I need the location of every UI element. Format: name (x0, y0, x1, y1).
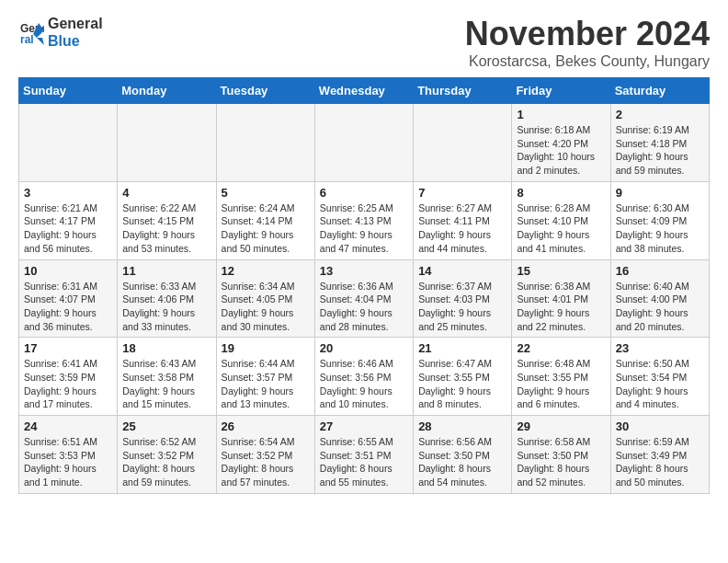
day-info: Sunrise: 6:59 AMSunset: 3:49 PMDaylight:… (616, 435, 704, 489)
day-number: 25 (122, 419, 210, 433)
calendar-week-0: 1Sunrise: 6:18 AMSunset: 4:20 PMDaylight… (19, 104, 710, 182)
calendar-cell: 10Sunrise: 6:31 AMSunset: 4:07 PMDayligh… (19, 259, 118, 338)
day-info: Sunrise: 6:56 AMSunset: 3:50 PMDaylight:… (418, 435, 506, 489)
calendar-cell: 13Sunrise: 6:36 AMSunset: 4:04 PMDayligh… (314, 259, 413, 338)
day-header-sunday: Sunday (19, 78, 118, 104)
day-header-tuesday: Tuesday (216, 78, 314, 104)
day-info: Sunrise: 6:41 AMSunset: 3:59 PMDaylight:… (24, 357, 112, 411)
calendar-week-1: 3Sunrise: 6:21 AMSunset: 4:17 PMDaylight… (19, 181, 710, 259)
calendar-cell: 24Sunrise: 6:51 AMSunset: 3:53 PMDayligh… (19, 416, 118, 494)
calendar-cell: 14Sunrise: 6:37 AMSunset: 4:03 PMDayligh… (414, 259, 512, 338)
day-info: Sunrise: 6:33 AMSunset: 4:06 PMDaylight:… (122, 280, 210, 334)
calendar-cell: 20Sunrise: 6:46 AMSunset: 3:56 PMDayligh… (314, 338, 413, 416)
day-number: 24 (24, 419, 112, 433)
calendar-cell: 15Sunrise: 6:38 AMSunset: 4:01 PMDayligh… (512, 259, 610, 338)
day-number: 29 (517, 419, 605, 433)
day-number: 18 (122, 341, 210, 355)
calendar-cell: 26Sunrise: 6:54 AMSunset: 3:52 PMDayligh… (216, 416, 314, 494)
calendar-cell (19, 104, 118, 182)
calendar-cell: 25Sunrise: 6:52 AMSunset: 3:52 PMDayligh… (118, 416, 216, 494)
location-title: Korostarcsa, Bekes County, Hungary (465, 53, 710, 70)
day-info: Sunrise: 6:38 AMSunset: 4:01 PMDaylight:… (517, 280, 605, 334)
day-info: Sunrise: 6:21 AMSunset: 4:17 PMDaylight:… (24, 201, 112, 256)
calendar-cell: 7Sunrise: 6:27 AMSunset: 4:11 PMDaylight… (414, 181, 512, 259)
day-header-thursday: Thursday (414, 78, 512, 104)
day-info: Sunrise: 6:40 AMSunset: 4:00 PMDaylight:… (616, 280, 704, 334)
day-info: Sunrise: 6:48 AMSunset: 3:55 PMDaylight:… (517, 357, 605, 411)
calendar-cell: 23Sunrise: 6:50 AMSunset: 3:54 PMDayligh… (610, 338, 709, 416)
month-title: November 2024 (465, 15, 710, 53)
calendar-cell: 9Sunrise: 6:30 AMSunset: 4:09 PMDaylight… (610, 181, 709, 259)
calendar-cell (118, 104, 216, 182)
calendar-week-3: 17Sunrise: 6:41 AMSunset: 3:59 PMDayligh… (19, 338, 710, 416)
calendar-cell: 5Sunrise: 6:24 AMSunset: 4:14 PMDaylight… (216, 181, 314, 259)
calendar-cell: 8Sunrise: 6:28 AMSunset: 4:10 PMDaylight… (512, 181, 610, 259)
calendar-cell: 12Sunrise: 6:34 AMSunset: 4:05 PMDayligh… (216, 259, 314, 338)
day-header-wednesday: Wednesday (314, 78, 413, 104)
logo: Gene ral General Blue (18, 15, 103, 50)
day-info: Sunrise: 6:18 AMSunset: 4:20 PMDaylight:… (517, 123, 605, 178)
day-number: 15 (517, 264, 605, 278)
calendar-cell: 29Sunrise: 6:58 AMSunset: 3:50 PMDayligh… (512, 416, 610, 494)
day-header-monday: Monday (118, 78, 216, 104)
calendar-cell: 22Sunrise: 6:48 AMSunset: 3:55 PMDayligh… (512, 338, 610, 416)
calendar-cell: 4Sunrise: 6:22 AMSunset: 4:15 PMDaylight… (118, 181, 216, 259)
day-number: 22 (517, 341, 605, 355)
day-info: Sunrise: 6:36 AMSunset: 4:04 PMDaylight:… (320, 280, 408, 334)
calendar-cell: 6Sunrise: 6:25 AMSunset: 4:13 PMDaylight… (314, 181, 413, 259)
day-number: 16 (616, 264, 704, 278)
calendar-cell: 16Sunrise: 6:40 AMSunset: 4:00 PMDayligh… (610, 259, 709, 338)
calendar-cell: 18Sunrise: 6:43 AMSunset: 3:58 PMDayligh… (118, 338, 216, 416)
calendar-week-4: 24Sunrise: 6:51 AMSunset: 3:53 PMDayligh… (19, 416, 710, 494)
day-number: 1 (517, 108, 605, 121)
calendar-cell: 3Sunrise: 6:21 AMSunset: 4:17 PMDaylight… (19, 181, 118, 259)
day-info: Sunrise: 6:50 AMSunset: 3:54 PMDaylight:… (616, 357, 704, 411)
day-header-friday: Friday (512, 78, 610, 104)
day-info: Sunrise: 6:37 AMSunset: 4:03 PMDaylight:… (418, 280, 506, 334)
calendar-cell (414, 104, 512, 182)
day-info: Sunrise: 6:28 AMSunset: 4:10 PMDaylight:… (517, 201, 605, 256)
calendar-cell: 19Sunrise: 6:44 AMSunset: 3:57 PMDayligh… (216, 338, 314, 416)
day-number: 8 (517, 186, 605, 200)
logo-blue: Blue (48, 32, 103, 50)
day-number: 20 (320, 341, 408, 355)
day-number: 12 (222, 264, 310, 278)
day-number: 10 (24, 264, 112, 278)
calendar-cell: 30Sunrise: 6:59 AMSunset: 3:49 PMDayligh… (610, 416, 709, 494)
day-number: 3 (24, 186, 112, 200)
day-number: 6 (320, 186, 408, 200)
day-number: 4 (122, 186, 210, 200)
day-info: Sunrise: 6:31 AMSunset: 4:07 PMDaylight:… (24, 280, 112, 334)
day-number: 5 (222, 186, 310, 200)
calendar-cell: 11Sunrise: 6:33 AMSunset: 4:06 PMDayligh… (118, 259, 216, 338)
day-info: Sunrise: 6:43 AMSunset: 3:58 PMDaylight:… (122, 357, 210, 411)
day-number: 13 (320, 264, 408, 278)
day-info: Sunrise: 6:34 AMSunset: 4:05 PMDaylight:… (222, 280, 310, 334)
svg-text:ral: ral (20, 33, 34, 45)
day-info: Sunrise: 6:27 AMSunset: 4:11 PMDaylight:… (418, 201, 506, 256)
calendar-cell: 28Sunrise: 6:56 AMSunset: 3:50 PMDayligh… (414, 416, 512, 494)
logo-general: General (48, 15, 103, 32)
day-info: Sunrise: 6:54 AMSunset: 3:52 PMDaylight:… (222, 435, 310, 489)
day-number: 27 (320, 419, 408, 433)
day-info: Sunrise: 6:51 AMSunset: 3:53 PMDaylight:… (24, 435, 112, 489)
day-number: 2 (616, 108, 704, 121)
calendar-cell: 27Sunrise: 6:55 AMSunset: 3:51 PMDayligh… (314, 416, 413, 494)
day-info: Sunrise: 6:19 AMSunset: 4:18 PMDaylight:… (616, 123, 704, 178)
day-number: 19 (222, 341, 310, 355)
day-number: 28 (418, 419, 506, 433)
day-number: 11 (122, 264, 210, 278)
day-info: Sunrise: 6:25 AMSunset: 4:13 PMDaylight:… (320, 201, 408, 256)
day-info: Sunrise: 6:55 AMSunset: 3:51 PMDaylight:… (320, 435, 408, 489)
day-number: 9 (616, 186, 704, 200)
day-number: 23 (616, 341, 704, 355)
page-header: Gene ral General Blue November 2024 Koro… (18, 15, 710, 70)
calendar-cell: 17Sunrise: 6:41 AMSunset: 3:59 PMDayligh… (19, 338, 118, 416)
calendar-week-2: 10Sunrise: 6:31 AMSunset: 4:07 PMDayligh… (19, 259, 710, 338)
calendar-cell: 1Sunrise: 6:18 AMSunset: 4:20 PMDaylight… (512, 104, 610, 182)
day-number: 30 (616, 419, 704, 433)
calendar-cell (216, 104, 314, 182)
calendar-cell (314, 104, 413, 182)
day-info: Sunrise: 6:52 AMSunset: 3:52 PMDaylight:… (122, 435, 210, 489)
day-number: 7 (418, 186, 506, 200)
